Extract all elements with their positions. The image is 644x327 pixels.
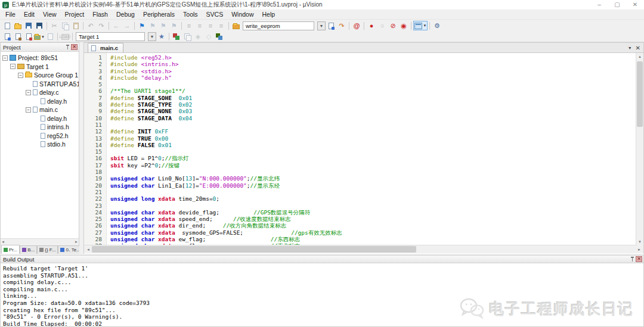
new-file-icon[interactable] — [2, 21, 13, 30]
find-in-files-icon[interactable] — [231, 21, 242, 30]
tree-item-main-c[interactable]: −main.c — [1, 105, 79, 114]
project-hscrollbar[interactable]: ◄ ► — [1, 238, 79, 244]
tree-item-delay-c[interactable]: −delay.c — [1, 88, 79, 97]
tree-collapse-icon[interactable]: − — [26, 90, 31, 95]
batch-build-icon[interactable]: ▼ — [34, 32, 45, 42]
stop-build-icon[interactable] — [45, 32, 55, 42]
books-environment-icon[interactable]: ◇ — [203, 32, 214, 42]
breakpoint-kill-all-icon[interactable]: ◉ — [398, 21, 409, 30]
uncomment-selection-icon[interactable]: ≡ — [216, 21, 227, 30]
breakpoint-disable-all-icon[interactable]: ⊘ — [388, 21, 398, 30]
manage-project-items-icon[interactable] — [171, 32, 182, 42]
navigate-forward-icon[interactable]: → — [122, 21, 132, 30]
vscroll-thumb[interactable] — [637, 61, 643, 127]
comment-selection-icon[interactable]: ≡ — [205, 21, 216, 30]
functions-tab[interactable]: {} F... — [37, 245, 58, 254]
vertical-splitter[interactable] — [79, 42, 83, 254]
tree-item-startup-a51[interactable]: STARTUP.A51 — [1, 80, 79, 89]
build-target-icon[interactable] — [13, 32, 23, 42]
bookmark-previous-icon[interactable]: ⚑ — [158, 21, 169, 30]
save-icon[interactable] — [23, 21, 34, 30]
editor-hscrollbar[interactable]: ◄ ► — [84, 245, 643, 253]
tree-item-source-group-1[interactable]: −Source Group 1 — [1, 71, 79, 80]
manage-run-time-environment-icon[interactable] — [214, 32, 225, 42]
menu-item-view[interactable]: View — [39, 10, 61, 19]
maximize-button[interactable]: ▢ — [608, 0, 626, 10]
tree-collapse-icon[interactable]: − — [18, 73, 23, 78]
tab-main-c[interactable]: main.c — [88, 43, 123, 52]
scroll-left-icon[interactable]: ◄ — [1, 240, 5, 244]
save-all-icon[interactable] — [34, 21, 45, 30]
project-tab[interactable]: Pr... — [1, 245, 20, 254]
rebuild-target-icon[interactable] — [23, 32, 34, 42]
code-editor-area[interactable]: #include <reg52.h>#include <intrins.h>#i… — [107, 53, 643, 245]
line-number: 3 — [84, 68, 106, 74]
navigate-back-icon[interactable]: ← — [111, 21, 122, 30]
hscroll-thumb[interactable] — [92, 246, 416, 253]
indent-icon[interactable]: ≡ — [184, 21, 194, 30]
target-combo-dropdown-icon[interactable]: ▼ — [148, 32, 156, 41]
close-button[interactable]: ✕ — [626, 0, 644, 10]
minimize-button[interactable]: – — [590, 0, 608, 10]
bookmark-next-icon[interactable]: ⚑ — [147, 21, 158, 30]
scroll-right-icon[interactable]: ► — [635, 248, 643, 251]
options-for-target-icon[interactable]: ★ — [156, 32, 167, 42]
pin-icon[interactable] — [66, 45, 70, 50]
bookmark-toggle-icon[interactable]: ⚑ — [137, 21, 147, 30]
redo-icon[interactable]: ↷ — [96, 21, 107, 30]
download-to-flash-icon[interactable]: LOAD — [60, 32, 70, 42]
menu-item-debug[interactable]: Debug — [112, 10, 139, 19]
menu-item-help[interactable]: Help — [258, 10, 280, 19]
tree-collapse-icon[interactable]: − — [10, 64, 16, 69]
menu-item-window[interactable]: Window — [227, 10, 258, 19]
tree-item-delay-h[interactable]: delay.h — [1, 97, 79, 106]
breakpoint-toggle-icon[interactable]: ● — [366, 21, 377, 30]
tree-item-delay-h[interactable]: delay.h — [1, 114, 79, 123]
undo-icon[interactable]: ↶ — [85, 21, 96, 30]
open-file-icon[interactable] — [13, 21, 23, 30]
manage-multi-project-icon[interactable] — [182, 32, 193, 42]
books-tab[interactable]: B... — [20, 245, 37, 254]
build-output-line: compiling main.c... — [3, 286, 641, 293]
target-select-combobox[interactable]: Target 1 — [76, 32, 145, 41]
breakpoint-enable-disable-icon[interactable]: ○ — [377, 21, 388, 30]
tree-item-project-89c51[interactable]: −Project: 89c51 — [1, 54, 79, 63]
bookmark-clear-all-icon[interactable]: ⚑ — [169, 21, 179, 30]
scroll-down-icon[interactable]: ▼ — [636, 238, 643, 245]
outdent-icon[interactable]: ≡ — [194, 21, 205, 30]
menu-item-edit[interactable]: Edit — [20, 10, 39, 19]
scroll-up-icon[interactable]: ▲ — [636, 53, 643, 60]
scroll-left-icon[interactable]: ◄ — [84, 248, 92, 251]
build-output-close-icon[interactable]: ✕ — [636, 256, 642, 262]
paste-icon[interactable] — [70, 21, 81, 30]
tab-list-dropdown-icon[interactable]: ▼ — [628, 46, 632, 50]
window-layout-icon[interactable]: ▼ — [413, 21, 428, 30]
scroll-right-icon[interactable]: ► — [75, 240, 78, 244]
tree-item-stdio-h[interactable]: stdio.h — [1, 140, 79, 149]
configure-tools-icon[interactable]: ⚙ — [432, 21, 442, 30]
menu-item-flash[interactable]: Flash — [88, 10, 112, 19]
find-text-combobox[interactable]: write_eeprom — [243, 21, 314, 30]
tree-item-target-1[interactable]: −Target 1 — [1, 63, 79, 71]
incremental-find-icon[interactable]: ↷ — [336, 21, 347, 30]
tree-item-intrins-h[interactable]: intrins.h — [1, 123, 79, 132]
tree-item-reg52-h[interactable]: reg52.h — [1, 132, 79, 141]
menu-item-project[interactable]: Project — [61, 10, 89, 19]
tree-collapse-icon[interactable]: − — [2, 55, 8, 61]
find-combo-dropdown-icon[interactable]: ▼ — [317, 21, 326, 30]
find-next-icon[interactable] — [326, 21, 336, 30]
menu-item-tools[interactable]: Tools — [179, 10, 202, 19]
menu-item-peripherals[interactable]: Peripherals — [139, 10, 179, 19]
menu-item-file[interactable]: File — [1, 10, 20, 19]
pin-icon[interactable] — [630, 257, 634, 262]
copy-icon[interactable] — [60, 21, 70, 30]
editor-vscrollbar[interactable]: ▲ ▼ — [636, 53, 643, 245]
close-document-icon[interactable]: ✕ — [636, 45, 640, 51]
translate-file-icon[interactable] — [2, 32, 13, 42]
project-panel-close-icon[interactable]: ✕ — [71, 44, 78, 50]
menu-item-svcs[interactable]: SVCS — [202, 10, 228, 19]
tree-collapse-icon[interactable]: − — [26, 107, 31, 113]
cut-icon[interactable]: ✂ — [49, 21, 60, 30]
find-symbol-icon[interactable]: @ — [351, 21, 362, 30]
file-extensions-icon[interactable]: ◈ — [193, 32, 203, 42]
